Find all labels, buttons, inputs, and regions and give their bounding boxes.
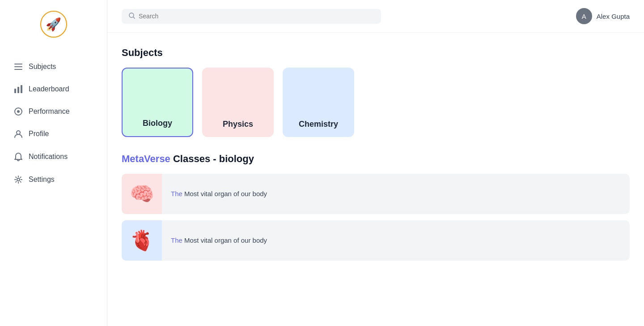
- leaderboard-label: Leaderboard: [29, 85, 69, 93]
- subjects-icon: [13, 64, 23, 70]
- class-title-1: The Most vital organ of our body: [171, 190, 267, 197]
- subject-card-physics[interactable]: Physics: [202, 68, 274, 137]
- username: Alex Gupta: [597, 13, 630, 20]
- class-info-2: The Most vital organ of our body: [162, 236, 276, 244]
- search-input[interactable]: [139, 13, 374, 20]
- class-card-2[interactable]: 🫀 The Most vital organ of our body: [122, 220, 630, 261]
- sidebar-item-leaderboard[interactable]: Leaderboard: [0, 78, 107, 100]
- class-info-1: The Most vital organ of our body: [162, 190, 276, 198]
- user-info[interactable]: A Alex Gupta: [576, 8, 630, 24]
- leaderboard-icon: [13, 85, 23, 93]
- sidebar-item-profile[interactable]: Profile: [0, 123, 107, 145]
- classes-title: MetaVerse Classes - biology: [122, 153, 630, 165]
- class-card-1[interactable]: 🧠 The Most vital organ of our body: [122, 174, 630, 214]
- subjects-grid: Biology Physics Chemistry: [122, 68, 630, 137]
- sidebar-item-performance[interactable]: Performance: [0, 100, 107, 123]
- logo-circle: 🚀: [40, 11, 67, 38]
- class-the-1: The: [171, 190, 182, 197]
- performance-label: Performance: [29, 107, 70, 116]
- sidebar-item-notifications[interactable]: Notifications: [0, 145, 107, 168]
- class-thumbnail-brain: 🧠: [122, 174, 162, 214]
- subject-label-chemistry: Chemistry: [299, 120, 338, 129]
- rocket-icon: 🚀: [46, 17, 61, 32]
- subject-label-biology: Biology: [143, 119, 172, 128]
- svg-rect-5: [21, 85, 22, 93]
- brand-name: MetaVerse: [122, 153, 170, 164]
- classes-subtitle: Classes - biology: [170, 153, 254, 164]
- subject-card-chemistry[interactable]: Chemistry: [283, 68, 354, 137]
- svg-point-9: [17, 178, 20, 181]
- profile-icon: [13, 130, 23, 138]
- main-area: A Alex Gupta Subjects Biology Physics Ch…: [107, 0, 644, 326]
- svg-rect-4: [17, 87, 19, 93]
- search-bar[interactable]: [122, 9, 381, 24]
- sidebar-item-subjects[interactable]: Subjects: [0, 56, 107, 78]
- settings-label: Settings: [29, 176, 55, 184]
- content-area: Subjects Biology Physics Chemistry MetaV…: [107, 33, 644, 326]
- notifications-icon: [13, 152, 23, 161]
- class-rest-2: Most vital organ of our body: [182, 236, 267, 244]
- notifications-label: Notifications: [29, 153, 68, 161]
- subject-label-physics: Physics: [223, 120, 253, 129]
- svg-rect-2: [14, 69, 22, 70]
- svg-rect-1: [14, 66, 22, 67]
- class-thumbnail-heart: 🫀: [122, 220, 162, 261]
- svg-rect-0: [14, 64, 22, 64]
- settings-icon: [13, 176, 23, 184]
- avatar: A: [576, 8, 592, 24]
- subjects-label: Subjects: [29, 63, 56, 71]
- svg-point-8: [17, 131, 20, 134]
- search-icon: [129, 13, 135, 20]
- class-the-2: The: [171, 236, 182, 244]
- svg-rect-3: [14, 89, 16, 93]
- performance-icon: [13, 107, 23, 116]
- sidebar-item-settings[interactable]: Settings: [0, 168, 107, 191]
- logo-container: 🚀: [0, 0, 107, 47]
- profile-label: Profile: [29, 130, 49, 138]
- sidebar: 🚀 Subjects Leaderboard Performance Pr: [0, 0, 107, 326]
- header: A Alex Gupta: [107, 0, 644, 33]
- subject-card-biology[interactable]: Biology: [122, 68, 193, 137]
- subjects-title: Subjects: [122, 47, 630, 59]
- class-title-2: The Most vital organ of our body: [171, 236, 267, 244]
- sidebar-nav: Subjects Leaderboard Performance Profile…: [0, 47, 107, 200]
- class-rest-1: Most vital organ of our body: [182, 190, 267, 197]
- svg-point-7: [17, 110, 20, 113]
